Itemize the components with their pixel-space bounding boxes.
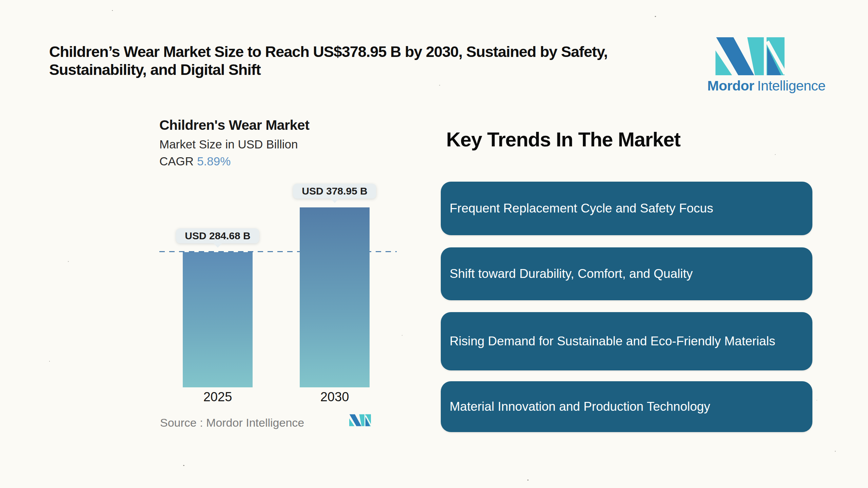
trend-card-innovation: Material Innovation and Production Techn… <box>441 381 812 432</box>
brand-wordmark: MordorIntelligence <box>707 78 806 94</box>
cagr-label: CAGR <box>159 155 194 168</box>
bar-2025 <box>183 252 253 387</box>
value-label-2025: USD 284.68 B <box>176 228 259 243</box>
trend-card-text: Frequent Replacement Cycle and Safety Fo… <box>450 199 713 218</box>
page-title: Children’s Wear Market Size to Reach US$… <box>49 43 666 79</box>
value-label-2030-text: USD 378.95 B <box>302 185 367 197</box>
mordor-logo-mini-icon <box>349 414 371 426</box>
x-axis-label-2025: 2025 <box>203 390 232 404</box>
chart-subtitle: Market Size in USD Billion <box>159 138 298 151</box>
trend-card-durability: Shift toward Durability, Comfort, and Qu… <box>441 247 812 300</box>
brand-logo: MordorIntelligence <box>707 37 806 94</box>
brand-name-bold: Mordor <box>707 78 754 94</box>
cagr-value: 5.89% <box>197 155 231 168</box>
mordor-logo-icon <box>715 37 785 75</box>
brand-name-light: Intelligence <box>757 78 825 94</box>
label-pointer-icon <box>213 243 222 248</box>
trend-card-sustainability: Rising Demand for Sustainable and Eco-Fr… <box>441 312 812 370</box>
label-pointer-icon <box>330 198 339 203</box>
trend-card-text: Shift toward Durability, Comfort, and Qu… <box>450 264 693 283</box>
source-note: Source : Mordor Intelligence <box>160 416 304 429</box>
trend-card-replacement-cycle: Frequent Replacement Cycle and Safety Fo… <box>441 182 812 235</box>
trend-card-text: Rising Demand for Sustainable and Eco-Fr… <box>450 332 775 351</box>
value-label-2025-text: USD 284.68 B <box>185 230 250 241</box>
value-label-2030: USD 378.95 B <box>293 184 376 199</box>
x-axis-label-2030: 2030 <box>320 390 349 404</box>
chart-title: Children's Wear Market <box>159 117 309 133</box>
trend-card-text: Material Innovation and Production Techn… <box>450 397 710 416</box>
chart-cagr: CAGR5.89% <box>159 155 231 168</box>
bar-2030 <box>300 207 370 387</box>
trends-heading: Key Trends In The Market <box>446 128 680 151</box>
